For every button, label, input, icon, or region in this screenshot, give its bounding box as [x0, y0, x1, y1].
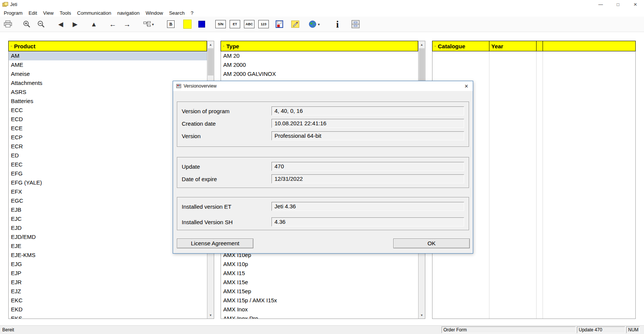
menu-item[interactable]: View [40, 9, 57, 17]
print-button[interactable] [2, 18, 14, 30]
menu-item[interactable]: Communication [74, 9, 114, 17]
menu-item[interactable]: Window [143, 9, 166, 17]
yellow-marker-button[interactable] [182, 18, 193, 30]
catalogue-header-spacer [537, 41, 543, 51]
year-header-label: Year [491, 43, 503, 49]
menu-item[interactable]: Search [166, 9, 187, 17]
product-header[interactable]: ◦ Product [8, 41, 207, 51]
list-item[interactable]: AMX Inox [221, 305, 418, 314]
catalogue-header[interactable]: ◦ Catalogue [432, 41, 489, 51]
menu-item[interactable]: Program [1, 9, 26, 17]
et-icon: ET [230, 20, 240, 28]
column-divider [536, 51, 537, 319]
order-form-button[interactable] [290, 18, 301, 30]
dialog-body: Version of program 4, 40, 0, 16 Creation… [173, 91, 473, 253]
menu-item[interactable]: ? [188, 9, 196, 17]
et-button[interactable]: ET [229, 18, 241, 30]
num-123-icon: 123 [258, 20, 269, 28]
list-item[interactable]: AM 2000 GALVINOX [221, 69, 418, 78]
list-item[interactable]: AM [9, 51, 207, 60]
scroll-thumb[interactable] [208, 48, 213, 75]
ok-button[interactable]: OK [393, 239, 470, 248]
dialog-field-row: Version Professional 64-bit [182, 131, 464, 140]
nav-forward-button[interactable]: ▶ [69, 18, 81, 30]
type-header-label: Type [226, 43, 239, 49]
up-triangle-icon: ▲ [91, 21, 97, 28]
status-ready-text: Bereit [2, 327, 14, 332]
dialog-icon [176, 83, 181, 89]
chevron-down-icon: ▾ [318, 22, 320, 26]
list-item[interactable]: AM 2000 [221, 60, 418, 69]
list-item[interactable]: AMX I15ep [221, 287, 418, 296]
list-item[interactable]: AMX Inox Pro [221, 314, 418, 319]
toolbar: ◀ ▶ ▲ ← → ▾ B S/N ET ABC 123 [0, 17, 644, 32]
dialog-field-row: Update 470 [182, 162, 464, 171]
menu-item[interactable]: Edit [26, 9, 40, 17]
language-globe-button[interactable]: ▾ [305, 18, 323, 30]
list-item[interactable]: EJR [9, 278, 207, 287]
menu-item[interactable]: navigation [114, 9, 143, 17]
list-item[interactable]: AMX I15e [221, 278, 418, 287]
list-item[interactable]: AMX I10p [221, 260, 418, 269]
dialog-title-bar: Versionoverview ✕ [173, 81, 473, 91]
close-button[interactable]: ✕ [627, 0, 644, 9]
bold-b-button[interactable]: B [165, 18, 176, 30]
scroll-down-button[interactable]: ▼ [207, 312, 214, 319]
status-num-indicator: NUM [626, 326, 640, 333]
nav-up-button[interactable]: ▲ [88, 18, 100, 30]
field-value: Professional 64-bit [271, 131, 464, 140]
field-label: Creation date [182, 120, 271, 127]
zoom-in-button[interactable] [21, 18, 32, 30]
header-bullet-icon: ◦ [11, 43, 12, 49]
list-item[interactable]: AME [9, 60, 207, 69]
maximize-button[interactable]: □ [609, 0, 627, 9]
archive-button[interactable] [350, 18, 361, 30]
tree-view-icon [143, 21, 151, 27]
scroll-up-button[interactable]: ▲ [207, 41, 214, 48]
info-icon: i [336, 20, 339, 29]
zoom-out-icon [37, 20, 45, 28]
archive-cabinet-icon [351, 20, 360, 28]
field-label: Installed version ET [182, 203, 271, 210]
next-page-button[interactable]: → [121, 18, 133, 30]
list-item[interactable]: EJP [9, 269, 207, 278]
field-label: Version [182, 133, 271, 139]
tree-view-button[interactable]: ▾ [140, 18, 157, 30]
status-bar: Bereit Order Form Update 470 NUM [0, 325, 644, 334]
list-item[interactable]: EJG [9, 260, 207, 269]
dialog-title: Versionoverview [184, 83, 216, 89]
save-button[interactable] [274, 18, 285, 30]
list-item[interactable]: AMX I15 [221, 269, 418, 278]
license-agreement-button[interactable]: License Agreement [177, 239, 253, 248]
list-item[interactable]: EKS [9, 314, 207, 319]
back-triangle-icon: ◀ [58, 21, 63, 28]
abc-icon: ABC [244, 20, 255, 28]
list-item[interactable]: EKD [9, 305, 207, 314]
b-icon: B [167, 20, 175, 28]
type-list-top: AM 20AM 2000AM 2000 GALVINOX [221, 51, 418, 78]
list-item[interactable]: AMX I15p / AMX I15x [221, 296, 418, 305]
field-value: 470 [271, 162, 464, 171]
dialog-close-button[interactable]: ✕ [460, 81, 473, 91]
minimize-button[interactable]: — [592, 0, 609, 9]
list-item[interactable]: Ameise [9, 69, 207, 78]
list-item[interactable]: EKC [9, 296, 207, 305]
numeric-button[interactable]: 123 [258, 18, 269, 30]
zoom-out-button[interactable] [35, 18, 47, 30]
abc-button[interactable]: ABC [244, 18, 255, 30]
type-header[interactable]: ◦ Type [221, 41, 418, 51]
menu-item[interactable]: Tools [57, 9, 74, 17]
blue-marker-button[interactable] [196, 18, 207, 30]
prev-page-button[interactable]: ← [107, 18, 118, 30]
menu-bar: ProgramEditViewToolsCommunicationnavigat… [0, 9, 644, 17]
info-button[interactable]: i [332, 18, 343, 30]
scroll-up-button[interactable]: ▲ [419, 41, 425, 48]
year-header[interactable]: Year [489, 41, 537, 51]
list-item[interactable]: EJZ [9, 287, 207, 296]
catalogue-header-label: Catalogue [438, 43, 465, 49]
yellow-square-icon [183, 20, 192, 29]
scroll-down-button[interactable]: ▼ [419, 312, 425, 319]
serial-number-button[interactable]: S/N [215, 18, 226, 30]
list-item[interactable]: AM 20 [221, 51, 418, 60]
nav-back-button[interactable]: ◀ [55, 18, 66, 30]
